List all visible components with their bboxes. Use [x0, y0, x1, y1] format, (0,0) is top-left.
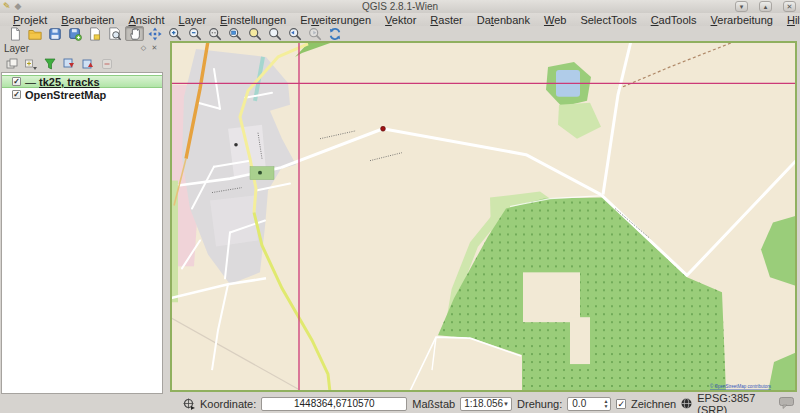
- crs-globe-icon[interactable]: [681, 398, 692, 409]
- panel-close-icon[interactable]: ✕: [149, 43, 160, 53]
- zoom-next-button: [305, 26, 324, 41]
- zoom-in-button[interactable]: [165, 26, 184, 41]
- panel-splitter[interactable]: [163, 41, 170, 394]
- layer-item-openstreetmap[interactable]: ✓OpenStreetMap: [2, 88, 162, 101]
- main-toolbar: [0, 26, 800, 41]
- chevron-down-icon: ▼: [503, 401, 511, 407]
- expr-icon: [25, 58, 37, 70]
- close-button[interactable]: ✕: [783, 1, 796, 12]
- mag-sel-icon: [248, 27, 262, 41]
- layer-label: tk25, tracks: [39, 76, 100, 88]
- messages-icon[interactable]: [779, 397, 794, 411]
- save-project-button[interactable]: [45, 26, 64, 41]
- map-village-light2: [210, 196, 258, 247]
- pan-to-selection-button[interactable]: [145, 26, 164, 41]
- menu-datenbank[interactable]: Datenbank: [470, 14, 537, 26]
- mag-native-icon: [208, 27, 222, 41]
- coordinate-capture-icon[interactable]: [183, 398, 195, 410]
- layers-panel-title: Layer: [4, 43, 138, 54]
- pan-map-button[interactable]: [125, 26, 144, 41]
- refresh-map-button[interactable]: [325, 26, 344, 41]
- scale-value: 1:18.056: [461, 398, 503, 409]
- expand-all-button[interactable]: [62, 57, 76, 71]
- arrows4-icon: [148, 27, 162, 41]
- menu-selecttools[interactable]: SelectTools: [573, 14, 643, 26]
- main-area: Layer ◇ ✕ ✓—tk25, tracks✓OpenStreetMap: [0, 41, 800, 394]
- menu-bearbeiten[interactable]: Bearbeiten: [54, 14, 121, 26]
- collapse-icon: [82, 58, 94, 70]
- menu-cadtools[interactable]: CadTools: [644, 14, 704, 26]
- panel-float-icon[interactable]: ◇: [138, 43, 149, 53]
- remove-icon: [101, 58, 113, 70]
- mag-plus-icon: [168, 27, 182, 41]
- layer-item-tk25-tracks[interactable]: ✓—tk25, tracks: [2, 75, 162, 88]
- zoom-last-button[interactable]: [285, 26, 304, 41]
- titlebar: ✎ ◆ QGIS 2.8.1-Wien ▾ ▴ ✕: [0, 0, 800, 13]
- layer-checkbox[interactable]: ✓: [12, 90, 21, 99]
- menu-ansicht[interactable]: Ansicht: [121, 14, 171, 26]
- render-label: Zeichnen: [631, 398, 676, 410]
- maximize-button[interactable]: ▴: [759, 1, 772, 12]
- menu-raster[interactable]: Raster: [423, 14, 469, 26]
- crs-status[interactable]: EPSG:3857 (SRP): [697, 392, 774, 413]
- map-poi-icon: [234, 143, 238, 147]
- status-bar: Koordinate: 1448364,6710570 Maßstab 1:18…: [0, 394, 800, 413]
- page-fold-icon: [88, 27, 102, 41]
- page-icon: [8, 27, 22, 41]
- map-park-icon: [258, 171, 262, 175]
- coordinate-label: Koordinate:: [200, 398, 256, 410]
- layer-checkbox[interactable]: ✓: [12, 77, 21, 86]
- coordinate-input[interactable]: 1448364,6710570: [261, 397, 407, 411]
- menu-erweiterungen[interactable]: Erweiterungen: [293, 14, 378, 26]
- map-park: [250, 167, 274, 180]
- zoom-to-selection-button[interactable]: [245, 26, 264, 41]
- layer-visibility-button[interactable]: [24, 57, 38, 71]
- map-canvas[interactable]: © OpenStreetMap contributors: [170, 41, 797, 392]
- spinner-arrows-icon[interactable]: ▲▼: [603, 399, 610, 409]
- mag-minus-icon: [188, 27, 202, 41]
- filter-legend-button[interactable]: [43, 57, 57, 71]
- render-checkbox[interactable]: ✓: [616, 399, 626, 409]
- menu-bar: ProjektBearbeitenAnsichtLayerEinstellung…: [0, 13, 800, 26]
- remove-layer-button: [100, 57, 114, 71]
- zoom-full-button[interactable]: [225, 26, 244, 41]
- menu-hilfe[interactable]: Hilfe: [780, 14, 800, 26]
- stack-icon: [6, 58, 18, 70]
- scale-select[interactable]: 1:18.056 ▼: [460, 397, 512, 411]
- new-project-button[interactable]: [5, 26, 24, 41]
- menu-verarbeitung[interactable]: Verarbeitung: [704, 14, 780, 26]
- floppy-icon: [48, 27, 62, 41]
- page-mag-icon: [108, 27, 122, 41]
- save-project-as-button[interactable]: [65, 26, 84, 41]
- mag-full-icon: [228, 27, 242, 41]
- map-attribution: © OpenStreetMap contributors: [710, 383, 772, 389]
- menu-web[interactable]: Web: [537, 14, 573, 26]
- menu-projekt[interactable]: Projekt: [6, 14, 54, 26]
- composer-manager-button[interactable]: [105, 26, 124, 41]
- layers-panel: Layer ◇ ✕ ✓—tk25, tracks✓OpenStreetMap: [1, 41, 163, 394]
- map-clearing1: [523, 272, 580, 322]
- menu-layer[interactable]: Layer: [172, 14, 214, 26]
- zoom-out-button[interactable]: [185, 26, 204, 41]
- rotation-spinner[interactable]: 0.0 ▲▼: [567, 397, 611, 411]
- menu-vektor[interactable]: Vektor: [378, 14, 423, 26]
- open-project-button[interactable]: [25, 26, 44, 41]
- folder-icon: [28, 27, 42, 41]
- layer-label: OpenStreetMap: [25, 89, 106, 101]
- map-point-marker: [381, 126, 386, 131]
- add-group-button[interactable]: [5, 57, 19, 71]
- rotation-label: Drehung:: [517, 398, 562, 410]
- menu-einstellungen[interactable]: Einstellungen: [213, 14, 293, 26]
- zoom-native-button[interactable]: [205, 26, 224, 41]
- mag-next-icon: [308, 27, 322, 41]
- layer-list: ✓—tk25, tracks✓OpenStreetMap: [1, 72, 163, 394]
- mag-plain-icon: [268, 27, 282, 41]
- expand-icon: [63, 58, 75, 70]
- zoom-to-layer-button[interactable]: [265, 26, 284, 41]
- hand-icon: [128, 27, 142, 41]
- layer-line-symbol: —: [25, 76, 35, 88]
- collapse-all-button[interactable]: [81, 57, 95, 71]
- rotation-value: 0.0: [568, 398, 603, 409]
- new-print-composer-button[interactable]: [85, 26, 104, 41]
- minimize-button[interactable]: ▾: [735, 1, 748, 12]
